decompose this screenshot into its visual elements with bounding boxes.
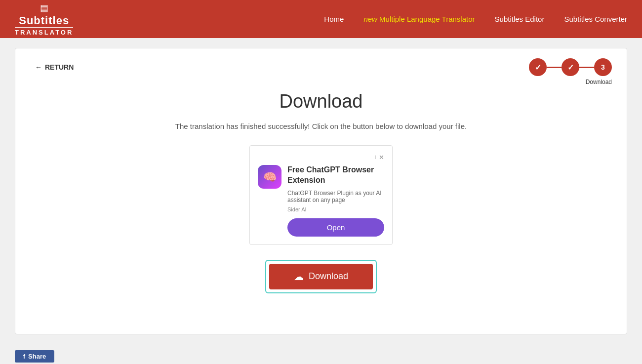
logo-icon: ▤ <box>40 2 48 13</box>
return-link[interactable]: ← RETURN <box>35 63 607 71</box>
step-line-1 <box>547 67 562 68</box>
facebook-share-button[interactable]: f Share <box>15 350 54 363</box>
download-title: Download <box>35 91 607 112</box>
ad-brain-icon: 🧠 <box>258 165 281 189</box>
logo-translator: TRANSLATOR <box>15 27 73 36</box>
arrow-left-icon: ← <box>35 63 42 71</box>
share-label: Share <box>28 353 46 360</box>
ad-info-icon: i <box>375 155 376 160</box>
social-bar: f Share 🐦 Tweet <box>0 344 642 364</box>
nav-home[interactable]: Home <box>324 15 344 23</box>
page-body: ← RETURN 3 Download Download The transla… <box>0 38 642 344</box>
ad-card: i ✕ 🧠 <box>249 145 393 245</box>
ad-open-button[interactable]: Open <box>287 218 384 237</box>
step-label: Download <box>586 79 612 85</box>
nav-multi-translator[interactable]: new Multiple Language Translator <box>363 15 475 23</box>
ad-description: ChatGPT Browser Plugin as your AI assist… <box>287 190 384 203</box>
ad-brand: Sider AI <box>287 206 384 212</box>
ad-title: Free ChatGPT Browser Extension <box>287 165 384 186</box>
header: ▤ Subtitles TRANSLATOR Home new Multiple… <box>0 0 642 38</box>
new-badge: new <box>363 15 377 23</box>
svg-text:🧠: 🧠 <box>263 170 277 184</box>
nav-editor[interactable]: Subtitles Editor <box>495 15 545 23</box>
download-section: Download The translation has finished su… <box>35 71 607 293</box>
download-btn-label: Download <box>309 271 348 282</box>
ad-close-button[interactable]: ✕ <box>379 154 384 161</box>
nav-multi-translator-label: Multiple Language Translator <box>379 15 475 23</box>
facebook-icon: f <box>23 353 25 360</box>
logo: ▤ Subtitles TRANSLATOR <box>15 2 73 36</box>
download-btn-wrapper: ☁ Download <box>265 260 377 293</box>
cloud-upload-icon: ☁ <box>294 271 304 283</box>
return-label: RETURN <box>45 63 74 71</box>
nav-converter[interactable]: Subtitles Converter <box>564 15 627 23</box>
step-1-circle <box>529 58 547 76</box>
step-3-circle: 3 <box>594 58 612 76</box>
main-nav: Home new Multiple Language Translator Su… <box>324 15 627 23</box>
download-button[interactable]: ☁ Download <box>269 264 373 289</box>
step-2-circle <box>562 58 579 76</box>
content-card: ← RETURN 3 Download Download The transla… <box>15 48 627 334</box>
logo-subtitles: Subtitles <box>19 14 69 27</box>
step-line-2 <box>579 67 594 68</box>
step-indicator: 3 Download <box>529 58 612 85</box>
download-subtitle: The translation has finished successfull… <box>35 122 607 130</box>
